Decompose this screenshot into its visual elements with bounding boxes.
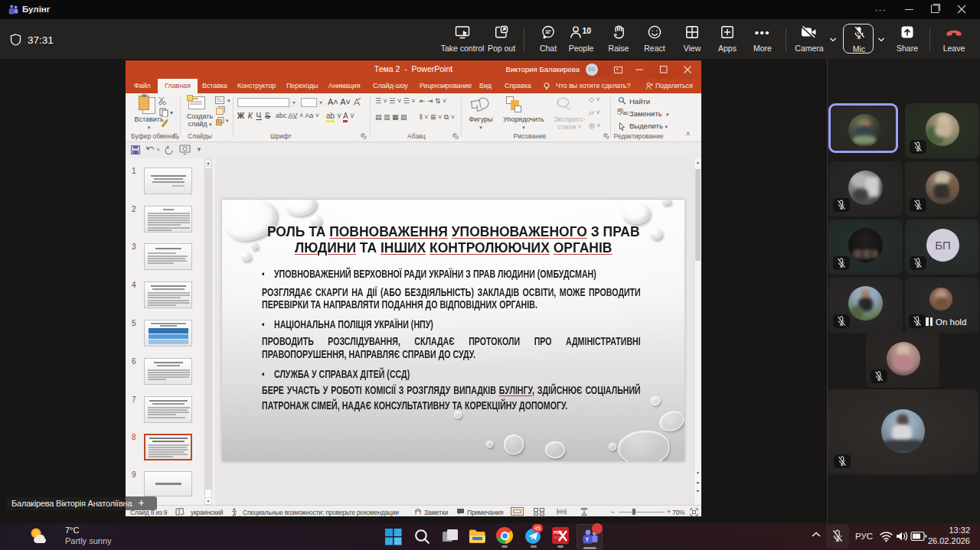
svg-text:T: T bbox=[586, 536, 590, 543]
svg-text:10: 10 bbox=[583, 26, 592, 35]
svg-text:X-Ch: X-Ch bbox=[554, 535, 561, 539]
